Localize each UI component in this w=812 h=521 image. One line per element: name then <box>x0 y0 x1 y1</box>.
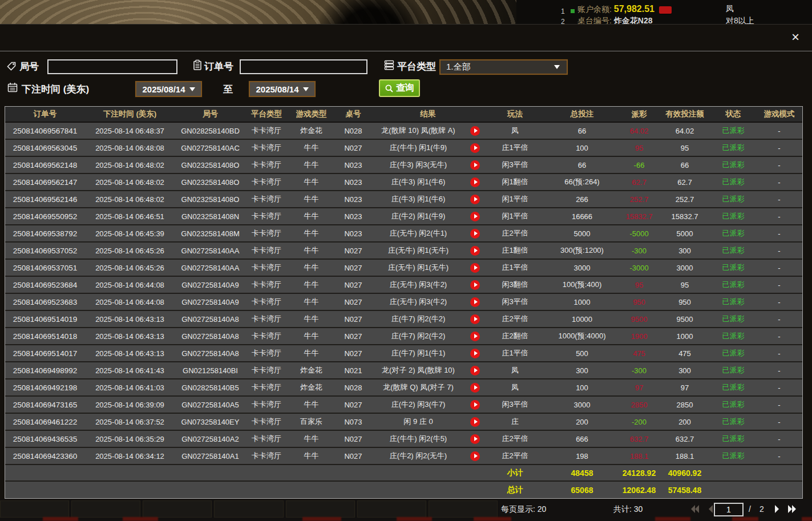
date-from-picker[interactable]: 2025/08/14 <box>135 81 202 97</box>
search-icon <box>385 84 394 93</box>
play-video-icon[interactable] <box>470 314 480 324</box>
page-number-input[interactable] <box>714 503 744 516</box>
cell-mode: - <box>756 315 802 324</box>
cell-order: 250814069538792 <box>5 229 85 238</box>
next-page-icon[interactable] <box>770 503 783 515</box>
play-video-icon[interactable] <box>470 400 480 410</box>
screen: 账户余额: 57,982.51 桌台编号: 炸金花N28 凤 对8以上 1 2 … <box>0 0 812 521</box>
search-button[interactable]: 查询 <box>379 79 420 97</box>
play-triangle <box>474 385 478 390</box>
cell-time: 2025-08-14 06:43:13 <box>85 332 175 341</box>
last-page-icon[interactable] <box>786 503 798 515</box>
cell-payout: 1900 <box>619 332 659 341</box>
result-text: 庄(牛3) 闲3(无牛) <box>390 160 447 170</box>
result-text: 庄(牛7) 闲2(牛2) <box>391 331 446 341</box>
cell-payout: -5000 <box>619 229 659 238</box>
cell-payout: 252.7 <box>619 195 659 204</box>
cell-mode: - <box>756 418 802 426</box>
footer-strip: 每页显示: 20 共计: 30 / 2 <box>0 499 812 521</box>
cell-order: 250814069461222 <box>5 418 85 426</box>
cell-result: 庄(无牛) 闲2(牛1) <box>371 228 485 239</box>
close-icon[interactable]: × <box>786 28 805 46</box>
play-triangle <box>474 180 478 184</box>
cell-total_bet: 66(预:264) <box>545 177 619 187</box>
cell-game: 牛牛 <box>287 245 336 256</box>
cell-total_bet: 10000 <box>545 315 619 324</box>
play-video-icon[interactable] <box>470 383 480 393</box>
play-video-icon[interactable] <box>470 280 480 290</box>
platform-filter-label: 平台类型 <box>397 60 436 73</box>
cell-valid_bet: 252.7 <box>659 195 710 204</box>
cell-play: 凤 <box>485 382 545 393</box>
cell-payout: 15832.7 <box>619 212 659 221</box>
header-time: 下注时间 (美东) <box>85 109 175 119</box>
play-video-icon[interactable] <box>470 366 480 375</box>
subtotal-payout: 24128.92 <box>619 469 659 478</box>
play-video-icon[interactable] <box>470 349 480 358</box>
cell-time: 2025-08-14 06:44:08 <box>85 281 175 289</box>
cell-result: 龙(散牌 Q) 凤(对子 7) <box>371 382 485 393</box>
play-video-icon[interactable] <box>470 332 480 341</box>
cell-round: GN027258140A9 <box>175 281 246 289</box>
platform-select[interactable]: 1.全部 <box>439 59 568 75</box>
play-video-icon[interactable] <box>470 263 480 273</box>
table-row: 2508140695370512025-08-14 06:45:26GN0272… <box>5 260 802 277</box>
cell-valid_bet: 950 <box>659 298 710 306</box>
cell-valid_bet: 95 <box>659 144 710 152</box>
cell-play: 庄1平倍 <box>485 348 545 358</box>
play-video-icon[interactable] <box>470 246 480 256</box>
cell-platform: 卡卡湾厅 <box>246 434 287 444</box>
play-video-icon[interactable] <box>470 177 480 187</box>
cell-valid_bet: 300 <box>659 366 710 375</box>
cell-status: 已派彩 <box>710 177 756 187</box>
cell-game: 牛牛 <box>287 297 336 307</box>
total-payout: 12062.48 <box>619 486 659 495</box>
cell-status: 已派彩 <box>710 348 756 358</box>
play-video-icon[interactable] <box>470 434 480 444</box>
date-to-picker[interactable]: 2025/08/14 <box>249 81 316 97</box>
cell-round: GN027258140A9 <box>175 298 246 306</box>
play-video-icon[interactable] <box>470 451 480 461</box>
cell-play: 庄2翻倍 <box>485 331 545 341</box>
cell-valid_bet: 95 <box>659 281 710 289</box>
cell-time: 2025-08-14 06:35:29 <box>85 435 175 443</box>
table-row: 2508140695236842025-08-14 06:44:08GN0272… <box>5 277 802 294</box>
cell-order: 250814069562146 <box>5 195 85 204</box>
table-header-row: 订单号 下注时间 (美东) 局号 平台类型 游戏类型 桌号 结果 玩法 总投注 … <box>5 107 802 123</box>
round-input[interactable] <box>47 59 177 74</box>
cell-platform: 卡卡湾厅 <box>246 297 287 307</box>
play-video-icon[interactable] <box>470 297 480 307</box>
cell-time: 2025-08-14 06:43:13 <box>85 349 175 358</box>
first-page-icon[interactable] <box>688 503 701 515</box>
dialog-divider <box>0 51 812 51</box>
cell-payout: 188.1 <box>619 452 659 461</box>
cell-table: N023 <box>336 229 371 238</box>
cell-play: 闲1翻倍 <box>485 177 545 187</box>
cell-mode: - <box>756 401 802 409</box>
table-body: 2508140695678412025-08-14 06:48:37GN0282… <box>5 123 802 465</box>
cell-status: 已派彩 <box>710 434 756 444</box>
cell-play: 闲3翻倍 <box>485 280 545 290</box>
order-input[interactable] <box>240 59 367 74</box>
cell-platform: 卡卡湾厅 <box>246 228 287 239</box>
cell-round: GN027258140A1 <box>175 452 246 461</box>
play-video-icon[interactable] <box>470 229 480 239</box>
play-video-icon[interactable] <box>470 417 480 427</box>
subtotal-label: 小计 <box>485 468 545 478</box>
play-video-icon[interactable] <box>470 195 480 204</box>
balance-label: 账户余额: <box>577 5 612 14</box>
cell-valid_bet: 200 <box>659 418 710 426</box>
order-filter-label: 订单号 <box>204 60 233 73</box>
play-video-icon[interactable] <box>470 212 480 221</box>
cell-result: 庄(牛7) 闲2(牛2) <box>371 331 485 341</box>
cell-mode: - <box>756 435 802 443</box>
cell-total_bet: 1000(预:4000) <box>545 331 619 341</box>
cell-platform: 卡卡湾厅 <box>246 160 287 170</box>
table-row: 2508140694233602025-08-14 06:34:12GN0272… <box>5 448 802 465</box>
play-video-icon[interactable] <box>470 143 480 153</box>
play-video-icon[interactable] <box>470 160 480 170</box>
play-triangle <box>474 334 478 338</box>
cell-platform: 卡卡湾厅 <box>246 262 287 273</box>
cell-game: 牛牛 <box>287 194 336 204</box>
play-video-icon[interactable] <box>470 126 480 136</box>
